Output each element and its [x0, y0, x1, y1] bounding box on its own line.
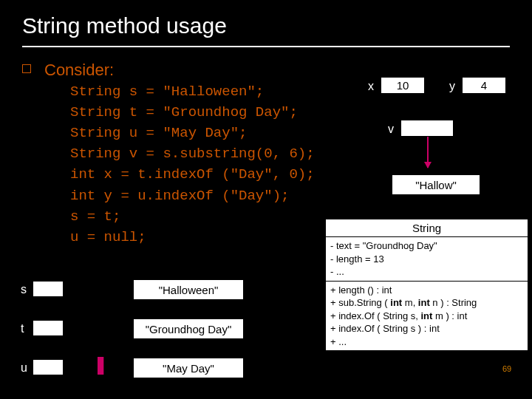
code-line: String t = "Groundhog Day"; — [70, 102, 532, 123]
bullet-icon — [22, 64, 31, 73]
var-s-label: s — [21, 283, 27, 296]
var-x-label: x — [368, 80, 374, 93]
var-t-box — [33, 320, 64, 336]
uml-method: + length () : int — [330, 284, 523, 297]
var-y-value: 4 — [462, 77, 506, 94]
page-title: String method usage — [22, 13, 510, 38]
consider-label: Consider: — [44, 61, 114, 80]
var-u-box — [33, 359, 64, 375]
slash-icon: ||||| — [96, 353, 100, 376]
code-line: String u = "May Day"; — [70, 123, 532, 143]
uml-field-rest: - ... — [330, 265, 523, 279]
arrow-icon — [427, 137, 429, 168]
var-s-box — [33, 281, 64, 297]
string-groundhog: "Groundhog Day" — [133, 318, 244, 339]
string-halloween: "Halloween" — [133, 279, 244, 300]
uml-method: + index.Of ( String s ) : int — [330, 322, 523, 335]
uml-field-length: - length = 13 — [330, 253, 523, 266]
var-v-label: v — [388, 123, 394, 136]
var-y-label: y — [449, 80, 455, 93]
string-mayday: "May Day" — [133, 358, 244, 378]
string-hallow: "Hallow" — [392, 174, 480, 195]
uml-method: + index.Of ( String s, int m ) : int — [330, 310, 523, 323]
uml-string-box: String - text = "Groundhog Day" - length… — [325, 219, 528, 351]
uml-field-text: - text = "Groundhog Day" — [330, 240, 437, 251]
uml-methods: + length () : int + sub.String ( int m, … — [326, 281, 528, 351]
var-u-label: u — [21, 361, 27, 375]
code-line: String v = s.substring(0, 6); — [70, 143, 532, 164]
uml-method: + ... — [330, 335, 523, 349]
var-v-box — [400, 120, 454, 137]
page-number: 69 — [502, 364, 511, 373]
uml-title: String — [326, 219, 528, 236]
uml-method: + sub.String ( int m, int n ) : String — [330, 296, 523, 310]
var-t-label: t — [21, 322, 24, 335]
uml-fields: - text = "Groundhog Day" - length = 13 -… — [326, 236, 528, 281]
var-x-value: 10 — [381, 77, 425, 94]
